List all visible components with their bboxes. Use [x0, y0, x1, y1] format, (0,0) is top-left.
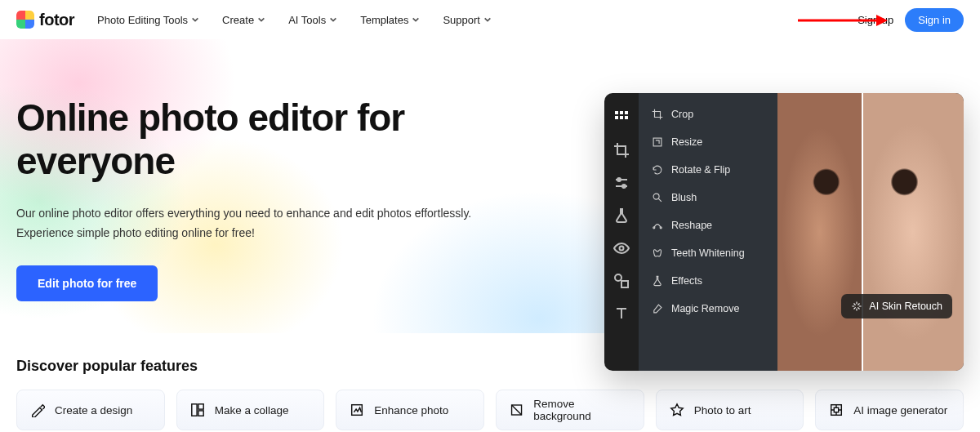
main-nav: Photo Editing Tools Create AI Tools Temp… [97, 14, 492, 26]
chevron-down-icon [412, 16, 420, 24]
flask-icon [613, 207, 630, 224]
rotate-icon [652, 164, 663, 176]
svg-point-14 [653, 194, 659, 199]
ai-chip-label: AI Skin Retouch [869, 301, 942, 312]
svg-rect-4 [625, 111, 628, 114]
resize-icon [652, 136, 663, 148]
tool-effects[interactable]: Effects [644, 268, 773, 294]
feature-label: AI image generator [853, 404, 947, 416]
svg-point-10 [620, 247, 624, 251]
tool-rotate-flip[interactable]: Rotate & Flip [644, 157, 773, 183]
compare-slider[interactable] [862, 93, 863, 371]
text-icon [613, 305, 630, 322]
nav-label: Create [222, 14, 254, 26]
shapes-icon [613, 273, 630, 289]
header: fotor Photo Editing Tools Create AI Tool… [0, 0, 980, 39]
rail-text[interactable] [613, 305, 630, 322]
svg-rect-12 [621, 281, 628, 287]
nav-support[interactable]: Support [443, 14, 492, 26]
feature-ai-image-generator[interactable]: AI image generator [815, 390, 964, 430]
svg-rect-6 [620, 116, 623, 119]
tool-label: Crop [671, 109, 693, 120]
rail-apps[interactable] [613, 109, 630, 126]
eye-icon [613, 240, 630, 256]
nav-photo-editing[interactable]: Photo Editing Tools [97, 14, 199, 26]
hero-title: Online photo editor for everyone [16, 96, 474, 183]
rail-crop[interactable] [613, 142, 630, 158]
tool-label: Rotate & Flip [671, 164, 730, 176]
nav-label: Photo Editing Tools [97, 14, 188, 26]
svg-rect-7 [625, 116, 628, 119]
editor-canvas: AI Skin Retouch [777, 93, 964, 371]
tool-panel: Crop Resize Rotate & Flip Blush Reshape … [639, 93, 777, 371]
effects-icon [652, 275, 663, 287]
svg-point-11 [615, 274, 621, 281]
hero-subtitle: Our online photo editor offers everythin… [16, 204, 490, 243]
header-actions: Sign up Sign in [858, 8, 964, 32]
sign-in-button[interactable]: Sign in [905, 8, 964, 32]
nav-create[interactable]: Create [222, 14, 265, 26]
reshape-icon [652, 220, 663, 231]
crop-icon [613, 142, 630, 158]
chevron-down-icon [329, 16, 337, 24]
after-image [862, 93, 964, 371]
brand-name: fotor [39, 11, 74, 29]
feature-enhance-photo[interactable]: Enhance photo [336, 390, 484, 430]
feature-label: Enhance photo [374, 404, 448, 416]
feature-label: Make a collage [215, 404, 289, 416]
svg-rect-3 [620, 111, 623, 114]
feature-label: Photo to art [694, 404, 751, 416]
tool-label: Teeth Whitening [671, 247, 745, 259]
svg-rect-2 [615, 111, 618, 114]
enhance-icon [350, 403, 364, 417]
before-image [777, 93, 862, 371]
feature-make-collage[interactable]: Make a collage [176, 390, 325, 430]
nav-label: Templates [360, 14, 408, 26]
svg-rect-5 [615, 116, 618, 119]
tool-blush[interactable]: Blush [644, 185, 773, 211]
rail-elements[interactable] [613, 273, 630, 289]
feature-remove-background[interactable]: Remove background [496, 390, 644, 430]
ai-skin-retouch-chip[interactable]: AI Skin Retouch [841, 294, 952, 318]
tool-label: Magic Remove [671, 303, 739, 314]
feature-label: Remove background [533, 398, 630, 422]
nav-templates[interactable]: Templates [360, 14, 420, 26]
feature-row: Create a design Make a collage Enhance p… [16, 390, 964, 430]
edit-photo-cta[interactable]: Edit photo for free [16, 265, 158, 301]
editor-rail [604, 93, 639, 371]
tool-crop[interactable]: Crop [644, 101, 773, 127]
hero: Online photo editor for everyone Our onl… [0, 39, 980, 333]
tool-teeth-whitening[interactable]: Teeth Whitening [644, 240, 773, 266]
chevron-down-icon [257, 16, 265, 24]
tool-resize[interactable]: Resize [644, 129, 773, 155]
teeth-icon [652, 247, 663, 259]
tool-magic-remove[interactable]: Magic Remove [644, 296, 773, 322]
feature-photo-to-art[interactable]: Photo to art [656, 390, 804, 430]
svg-rect-18 [198, 404, 203, 409]
sign-up-link[interactable]: Sign up [858, 14, 893, 26]
rail-beauty[interactable] [613, 240, 630, 256]
brand-logo[interactable]: fotor [16, 11, 74, 29]
chevron-down-icon [191, 16, 199, 24]
rail-effects[interactable] [613, 207, 630, 224]
ai-gen-icon [829, 403, 844, 417]
nav-ai-tools[interactable]: AI Tools [288, 14, 337, 26]
nav-label: Support [443, 14, 480, 26]
crop-icon [652, 109, 663, 120]
editor-preview: Crop Resize Rotate & Flip Blush Reshape … [604, 93, 964, 371]
remove-bg-icon [510, 403, 523, 417]
svg-rect-17 [191, 404, 196, 416]
tool-reshape[interactable]: Reshape [644, 212, 773, 238]
svg-rect-19 [198, 411, 203, 416]
design-icon [30, 403, 45, 417]
sparkle-icon [851, 301, 862, 312]
tool-label: Reshape [671, 220, 712, 231]
eraser-icon [652, 303, 663, 314]
tool-label: Resize [671, 136, 702, 148]
rail-adjust[interactable] [613, 175, 630, 191]
grid-icon [613, 109, 630, 126]
feature-create-design[interactable]: Create a design [16, 390, 165, 430]
nav-label: AI Tools [288, 14, 326, 26]
tool-label: Blush [671, 192, 697, 203]
chevron-down-icon [483, 16, 492, 24]
